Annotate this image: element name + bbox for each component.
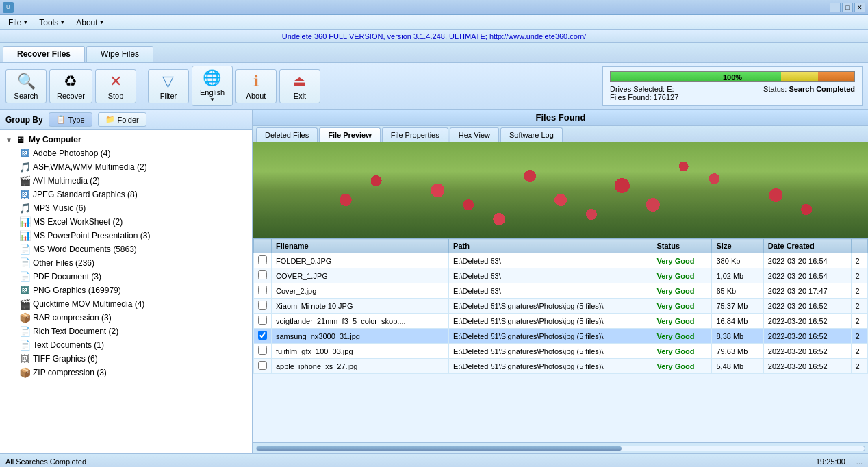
row-checkbox-cell[interactable] [254,359,272,374]
about-menu-arrow: ▼ [99,19,105,25]
row-status: Very Good [652,314,712,329]
tab-software-log[interactable]: Software Log [500,127,563,142]
row-checkbox-cell[interactable] [254,329,272,344]
tree-root-my-computer[interactable]: ▼ 🖥 My Computer [3,133,249,147]
search-button[interactable]: 🔍 Search [5,69,47,103]
status-right: Status: Search Completed [763,85,855,101]
tools-menu[interactable]: Tools ▼ [34,16,71,29]
tree-item[interactable]: 🖼PNG Graphics (169979) [3,283,249,297]
tree-item[interactable]: 📄Other Files (236) [3,256,249,270]
table-row[interactable]: FOLDER_0.JPG E:\Deleted 53\ Very Good 38… [254,253,868,268]
col-status[interactable]: Status [652,239,712,253]
tree-item[interactable]: 🎵MP3 Music (6) [3,201,249,215]
tree-item[interactable]: 📦ZIP compression (3) [3,366,249,379]
minimize-button[interactable]: ─ [830,3,841,12]
menu-bar: File ▼ Tools ▼ About ▼ [0,15,868,30]
tree-item[interactable]: 📄Rich Text Document (2) [3,325,249,338]
tree-item[interactable]: 🖼JPEG Standard Graphics (8) [3,188,249,201]
table-row[interactable]: samsung_nx3000_31.jpg E:\Deleted 51\Sign… [254,329,868,344]
row-date: 2022-03-20 16:52 [763,299,851,314]
row-checkbox[interactable] [258,270,267,279]
horizontal-scrollbar[interactable] [256,446,865,451]
tree-item[interactable]: 📄PDF Document (3) [3,270,249,283]
about-button[interactable]: ℹ About [235,69,277,103]
row-size: 65 Kb [712,283,763,299]
tab-recover-files[interactable]: Recover Files [3,46,85,62]
table-row[interactable]: Xiaomi Mi note 10.JPG E:\Deleted 51\Sign… [254,299,868,314]
row-filename: Xiaomi Mi note 10.JPG [272,299,449,314]
tree-item[interactable]: 📊MS PowerPoint Presentation (3) [3,229,249,242]
row-path: E:\Deleted 51\Signatures\Photos\jpg (5 f… [449,329,652,344]
filter-button[interactable]: ▽ Filter [148,69,189,103]
maximize-button[interactable]: □ [842,3,853,12]
tree-item-label: AVI Multimedia (2) [33,176,100,186]
tree-item-icon: 🎵 [19,203,30,214]
language-label: English [200,88,225,97]
files-found: Files Found: 176127 [610,93,678,101]
expand-icon[interactable]: ▼ [5,136,12,144]
tab-file-properties[interactable]: File Properties [382,127,448,142]
table-row[interactable]: Cover_2.jpg E:\Deleted 53\ Very Good 65 … [254,283,868,299]
tab-wipe-files[interactable]: Wipe Files [86,46,153,62]
progress-text: 100% [611,72,854,83]
link-bar: Undelete 360 FULL VERSION, version 3.1.4… [0,30,868,43]
row-checkbox-cell[interactable] [254,253,272,268]
row-checkbox-cell[interactable] [254,268,272,283]
group-by-type-button[interactable]: 📋 Type [49,112,92,127]
scrollbar-thumb[interactable] [257,446,622,451]
exit-icon: ⏏ [292,73,307,90]
row-checkbox[interactable] [258,286,267,294]
tree-item[interactable]: 🎵ASF,WMA,WMV Multimedia (2) [3,160,249,174]
tree-item-label: Rich Text Document (2) [33,327,118,336]
exit-button[interactable]: ⏏ Exit [279,69,320,103]
stop-button[interactable]: ✕ Stop [95,69,136,103]
tab-deleted-files[interactable]: Deleted Files [256,127,318,142]
left-panel: Group By 📋 Type 📁 Folder ▼ 🖥 My Computer… [0,110,253,453]
row-date: 2022-03-20 16:54 [763,268,851,283]
row-checkbox-cell[interactable] [254,314,272,329]
row-checkbox[interactable] [258,301,267,310]
close-button[interactable]: ✕ [854,3,865,12]
row-checkbox[interactable] [258,331,267,340]
col-date[interactable]: Date Created [763,239,851,253]
language-icon: 🌐 [203,69,221,87]
row-date: 2022-03-20 17:47 [763,283,851,299]
about-menu[interactable]: About ▼ [71,16,110,29]
row-extra: 2 [851,329,868,344]
tree-item[interactable]: 🖼Adobe Photoshop (4) [3,147,249,160]
table-row[interactable]: voigtlander_21mm_f3_5_color_skop.... E:\… [254,314,868,329]
row-date: 2022-03-20 16:52 [763,344,851,359]
tree-item[interactable]: 🖼TIFF Graphics (6) [3,352,249,366]
file-menu[interactable]: File ▼ [3,16,34,29]
group-by-folder-button[interactable]: 📁 Folder [98,112,146,127]
main-tabs: Recover Files Wipe Files [0,43,868,63]
table-row[interactable]: fujifilm_gfx_100_03.jpg E:\Deleted 51\Si… [254,344,868,359]
app-link[interactable]: Undelete 360 FULL VERSION, version 3.1.4… [282,32,586,40]
row-checkbox-cell[interactable] [254,283,272,299]
progress-bar: 100% [610,71,855,82]
col-size[interactable]: Size [712,239,763,253]
row-checkbox-cell[interactable] [254,299,272,314]
row-checkbox[interactable] [258,316,267,325]
tree-item[interactable]: 📦RAR compression (3) [3,311,249,325]
row-checkbox[interactable] [258,361,267,370]
recover-button[interactable]: ♻ Recover [49,69,92,103]
table-row[interactable]: apple_iphone_xs_27.jpg E:\Deleted 51\Sig… [254,359,868,374]
table-row[interactable]: COVER_1.JPG E:\Deleted 53\ Very Good 1,0… [254,268,868,283]
row-checkbox[interactable] [258,346,267,355]
row-checkbox[interactable] [258,255,267,264]
tab-file-preview[interactable]: File Preview [319,127,381,142]
tab-hex-view[interactable]: Hex View [450,127,499,142]
tree-item[interactable]: 📄Text Documents (1) [3,338,249,352]
language-button[interactable]: 🌐 English ▼ [192,66,233,106]
col-filename[interactable]: Filename [272,239,449,253]
col-path[interactable]: Path [449,239,652,253]
tree-item[interactable]: 📊MS Excel WorkSheet (2) [3,215,249,229]
tree-item[interactable]: 🎬AVI Multimedia (2) [3,174,249,188]
row-path: E:\Deleted 51\Signatures\Photos\jpg (5 f… [449,359,652,374]
row-checkbox-cell[interactable] [254,344,272,359]
file-table-container[interactable]: Filename Path Status Size Date Created F… [253,238,868,442]
tree-item[interactable]: 📄MS Word Documents (5863) [3,242,249,256]
tree-item[interactable]: 🎬Quicktime MOV Multimedia (4) [3,297,249,311]
tree-item-label: MP3 Music (6) [33,203,86,213]
